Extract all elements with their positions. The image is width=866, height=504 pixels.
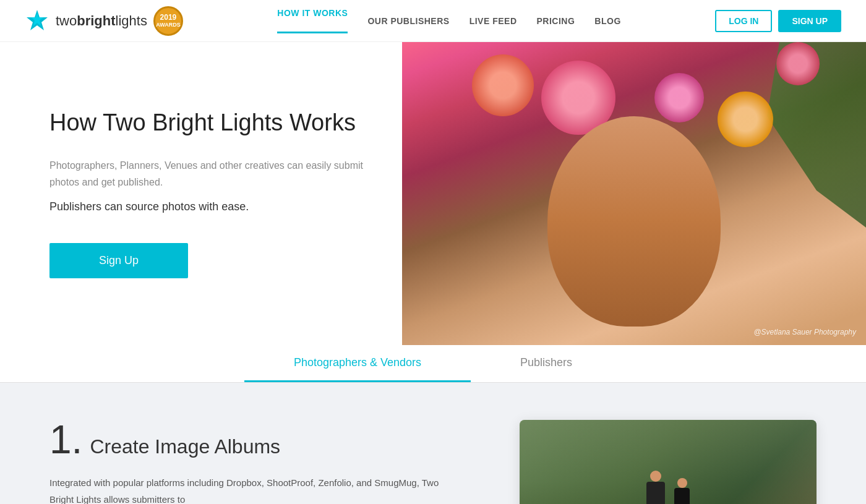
hero-section: How Two Bright Lights Works Photographer…	[0, 42, 866, 345]
tab-photographers-vendors[interactable]: Photographers & Vendors	[244, 345, 471, 382]
step-title: Create Image Albums	[90, 435, 280, 458]
nav-blog[interactable]: BLOG	[594, 16, 620, 26]
logo-area: twobrightlights 2019 AWARDS	[25, 6, 183, 36]
logo-text: twobrightlights	[56, 13, 147, 29]
award-badge: 2019 AWARDS	[153, 6, 183, 36]
nav-buttons: LOG IN SIGN UP	[715, 10, 841, 32]
signup-button-header[interactable]: SIGN UP	[778, 10, 841, 32]
step-header: 1. Create Image Albums	[49, 420, 482, 459]
person1-figure	[646, 482, 665, 504]
nav-live-feed[interactable]: LIVE FEED	[469, 16, 517, 26]
content-section: 1. Create Image Albums Integrated with p…	[0, 383, 866, 504]
tabs-section: Photographers & Vendors Publishers	[0, 345, 866, 383]
hero-description2: Publishers can source photos with ease.	[49, 200, 365, 213]
couple-illustration	[646, 482, 690, 504]
main-nav: HOW IT WORKS OUR PUBLISHERS LIVE FEED PR…	[277, 8, 621, 33]
nav-how-it-works[interactable]: HOW IT WORKS	[277, 8, 348, 33]
hero-left: How Two Bright Lights Works Photographer…	[0, 42, 402, 345]
nav-our-publishers[interactable]: OUR PUBLISHERS	[367, 16, 449, 26]
step-description: Integrated with popular platforms includ…	[49, 474, 452, 504]
header: twobrightlights 2019 AWARDS HOW IT WORKS…	[0, 0, 866, 42]
hero-description: Photographers, Planners, Venues and othe…	[49, 157, 365, 190]
logo-star-icon	[25, 9, 49, 33]
content-text: 1. Create Image Albums Integrated with p…	[49, 420, 482, 504]
nav-pricing[interactable]: PRICING	[537, 16, 575, 26]
login-button[interactable]: LOG IN	[715, 10, 772, 32]
album-card: Haines & Zink Captured by Hords + Ashley…	[520, 420, 817, 504]
content-visual: Haines & Zink Captured by Hords + Ashley…	[520, 420, 817, 504]
hero-signup-button[interactable]: Sign Up	[49, 243, 188, 278]
person2-figure	[674, 488, 690, 504]
hero-image: @Svetlana Sauer Photography	[402, 42, 866, 345]
photo-credit: @Svetlana Sauer Photography	[753, 328, 856, 336]
step-number: 1.	[49, 420, 82, 459]
tab-publishers[interactable]: Publishers	[471, 345, 622, 382]
hero-title: How Two Bright Lights Works	[49, 109, 365, 137]
album-card-image	[520, 420, 817, 504]
